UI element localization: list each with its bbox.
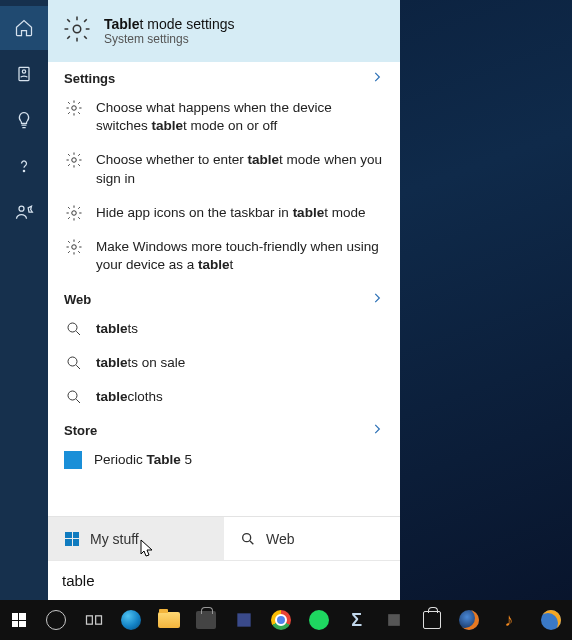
taskbar-store[interactable]: [188, 600, 226, 640]
settings-result[interactable]: Make Windows more touch-friendly when us…: [48, 230, 400, 282]
scope-tabs: My stuff Web: [48, 516, 400, 560]
svg-point-5: [72, 106, 77, 111]
cortana-button[interactable]: [38, 600, 76, 640]
svg-point-10: [68, 357, 77, 366]
svg-rect-16: [388, 614, 400, 626]
sidebar-insights[interactable]: [0, 98, 48, 142]
taskbar-app2[interactable]: [375, 600, 413, 640]
windows-icon: [64, 531, 80, 547]
svg-point-2: [23, 170, 24, 171]
cursor-icon: [140, 539, 154, 559]
svg-rect-14: [95, 616, 101, 624]
svg-point-3: [19, 206, 24, 211]
section-store[interactable]: Store: [48, 414, 400, 443]
best-match-result[interactable]: Tablet mode settings System settings: [48, 0, 400, 62]
web-result[interactable]: tablets: [48, 312, 400, 346]
search-icon: [64, 388, 84, 406]
settings-result[interactable]: Hide app icons on the taskbar in tablet …: [48, 196, 400, 230]
taskbar-chrome[interactable]: [263, 600, 301, 640]
chevron-right-icon: [370, 422, 384, 439]
start-button[interactable]: [0, 600, 38, 640]
taskbar-spotify[interactable]: [300, 600, 338, 640]
svg-point-7: [72, 211, 77, 216]
store-app-icon: [64, 451, 82, 469]
search-icon: [64, 320, 84, 338]
svg-point-9: [68, 323, 77, 332]
taskbar-explorer[interactable]: [150, 600, 188, 640]
taskbar-app[interactable]: [225, 600, 263, 640]
tray-snagit[interactable]: [530, 600, 572, 640]
search-input[interactable]: [62, 572, 386, 589]
chevron-right-icon: [370, 70, 384, 87]
gear-icon: [64, 238, 84, 256]
settings-result[interactable]: Choose whether to enter tablet mode when…: [48, 143, 400, 195]
search-box[interactable]: [48, 560, 400, 600]
taskbar-edge[interactable]: [113, 600, 151, 640]
store-result[interactable]: Periodic Table 5: [48, 443, 400, 477]
svg-point-6: [72, 158, 77, 163]
settings-result[interactable]: Choose what happens when the device swit…: [48, 91, 400, 143]
svg-rect-13: [86, 616, 92, 624]
svg-point-11: [68, 391, 77, 400]
svg-point-1: [22, 70, 25, 73]
gear-icon: [64, 151, 84, 169]
taskbar-sigma[interactable]: Σ: [338, 600, 376, 640]
svg-point-8: [72, 245, 77, 250]
sidebar-feedback[interactable]: [0, 190, 48, 234]
web-result[interactable]: tablets on sale: [48, 346, 400, 380]
chevron-right-icon: [370, 291, 384, 308]
cortana-sidebar: [0, 0, 48, 600]
svg-point-12: [243, 533, 251, 541]
best-match-text: Tablet mode settings System settings: [104, 16, 234, 46]
sidebar-help[interactable]: [0, 144, 48, 188]
gear-icon: [64, 204, 84, 222]
tab-my-stuff[interactable]: My stuff: [48, 517, 224, 560]
tab-web[interactable]: Web: [224, 517, 400, 560]
search-icon: [64, 354, 84, 372]
taskbar: Σ ♪: [0, 600, 572, 640]
search-results-panel: Tablet mode settings System settings Set…: [48, 0, 400, 600]
taskview-button[interactable]: [75, 600, 113, 640]
svg-rect-15: [237, 613, 250, 626]
section-settings[interactable]: Settings: [48, 62, 400, 91]
taskbar-firefox[interactable]: [450, 600, 488, 640]
sidebar-notebook[interactable]: [0, 52, 48, 96]
search-icon: [240, 531, 256, 547]
web-result[interactable]: tablecloths: [48, 380, 400, 414]
svg-point-4: [73, 25, 81, 33]
section-web[interactable]: Web: [48, 283, 400, 312]
sidebar-home[interactable]: [0, 6, 48, 50]
taskbar-shopping[interactable]: [413, 600, 451, 640]
gear-icon: [62, 14, 92, 48]
gear-icon: [64, 99, 84, 117]
tray-music[interactable]: ♪: [488, 600, 530, 640]
